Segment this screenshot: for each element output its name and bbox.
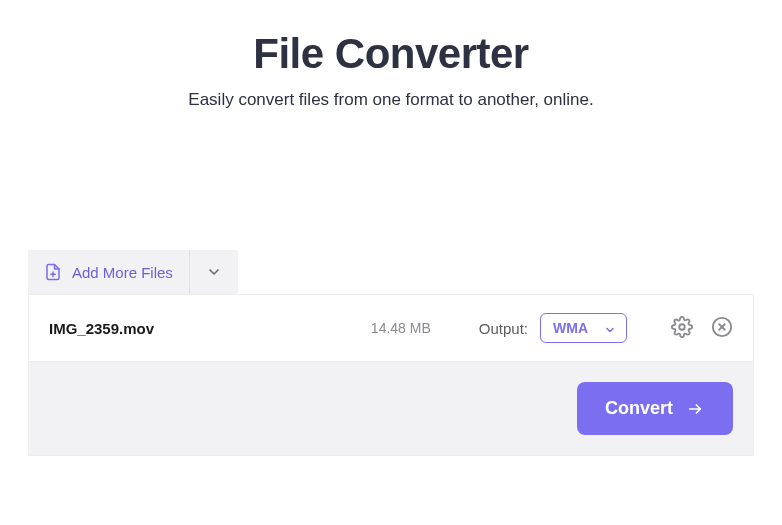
close-circle-icon bbox=[711, 316, 733, 341]
convert-button[interactable]: Convert bbox=[577, 382, 733, 435]
page-subtitle: Easily convert files from one format to … bbox=[20, 90, 762, 110]
file-name: IMG_2359.mov bbox=[49, 320, 371, 337]
file-row-actions bbox=[671, 316, 733, 341]
arrow-right-icon bbox=[685, 401, 705, 417]
page-title: File Converter bbox=[20, 30, 762, 78]
output-format-select[interactable]: WMA bbox=[540, 313, 627, 343]
file-size: 14.48 MB bbox=[371, 320, 431, 336]
gear-icon bbox=[671, 316, 693, 341]
panel-footer: Convert bbox=[28, 362, 754, 456]
settings-button[interactable] bbox=[671, 316, 693, 341]
chevron-down-icon bbox=[604, 322, 616, 334]
chevron-down-icon bbox=[206, 264, 222, 280]
add-source-dropdown[interactable] bbox=[190, 250, 238, 294]
remove-file-button[interactable] bbox=[711, 316, 733, 341]
add-more-files-label: Add More Files bbox=[72, 264, 173, 281]
svg-point-2 bbox=[679, 324, 685, 330]
add-more-files-button[interactable]: Add More Files bbox=[28, 250, 190, 294]
converter-panel: Add More Files IMG_2359.mov 14.48 MB Out… bbox=[28, 250, 754, 456]
convert-button-label: Convert bbox=[605, 398, 673, 419]
file-row: IMG_2359.mov 14.48 MB Output: WMA bbox=[28, 294, 754, 362]
output-format-value: WMA bbox=[553, 320, 588, 336]
output-label: Output: bbox=[479, 320, 528, 337]
file-plus-icon bbox=[44, 263, 62, 281]
add-files-bar: Add More Files bbox=[28, 250, 238, 294]
